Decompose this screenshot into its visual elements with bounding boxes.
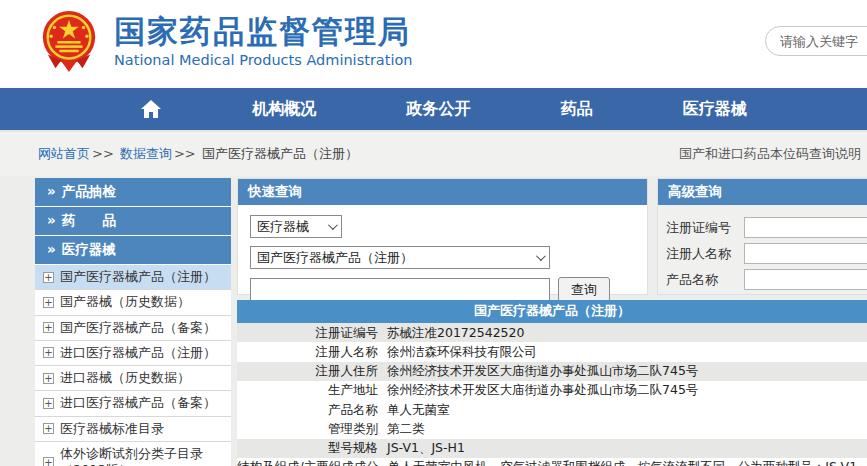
- sidebar-item-label: 国产器械（历史数据）: [60, 294, 190, 310]
- sidebar-section-label: 产品抽检: [62, 183, 116, 199]
- expand-plus-icon[interactable]: +: [43, 272, 54, 283]
- category-select-value: 医疗器械: [257, 218, 309, 236]
- sidebar-item-label: 医疗器械标准目录: [60, 421, 164, 437]
- registration-no-input[interactable]: [744, 217, 867, 238]
- sidebar-item-domestic-device-registered[interactable]: +国产医疗器械产品（注册）: [35, 265, 231, 290]
- breadcrumb-dataquery-link[interactable]: 数据查询: [120, 146, 172, 161]
- nav-item-gov-info[interactable]: 政务公开: [406, 99, 470, 120]
- sidebar-item-device-standards-catalog[interactable]: +医疗器械标准目录: [35, 417, 231, 442]
- national-emblem-icon: [38, 8, 100, 74]
- row-value: 徐州洁森环保科技有限公司: [387, 344, 867, 360]
- row-value: 徐州经济技术开发区大庙街道办事处孤山市场二队745号: [387, 382, 867, 398]
- row-value: JS-V1、JS-H1: [387, 440, 867, 456]
- product-name-label: 产品名称: [666, 271, 744, 289]
- brand: 国家药品监督管理局 National Medical Products Admi…: [38, 8, 413, 74]
- quick-query-title: 快速查询: [238, 179, 647, 205]
- expand-plus-icon[interactable]: +: [43, 297, 54, 308]
- row-label: 注册人住所: [237, 363, 387, 379]
- sidebar-section-label: 医疗器械: [62, 241, 116, 257]
- row-label: 注册人名称: [237, 344, 387, 360]
- sidebar-item-domestic-device-history[interactable]: +国产器械（历史数据）: [35, 290, 231, 315]
- row-label: 生产地址: [237, 382, 387, 398]
- table-row: 注册证编号 苏械注准20172542520: [237, 323, 867, 342]
- quick-query-keyword-input[interactable]: [250, 278, 550, 301]
- chevron-down-icon: [328, 220, 338, 230]
- keyword-search-input[interactable]: [765, 26, 867, 56]
- query-type-select[interactable]: 国产医疗器械产品（注册）: [250, 246, 550, 269]
- nav-item-medical-devices[interactable]: 医疗器械: [683, 99, 747, 120]
- breadcrumb-separator: >>: [174, 146, 196, 161]
- sidebar-item-imported-device-history[interactable]: +进口器械（历史数据）: [35, 366, 231, 391]
- table-row: 管理类别 第二类: [237, 419, 867, 438]
- advanced-query-panel: 高级查询 注册证编号 注册人名称 产品名称: [657, 178, 867, 295]
- page: 国家药品监督管理局 National Medical Products Admi…: [0, 0, 867, 466]
- expand-plus-icon[interactable]: +: [43, 347, 54, 358]
- breadcrumb-home-link[interactable]: 网站首页: [38, 146, 90, 161]
- sidebar-item-label: 进口器械（历史数据）: [60, 370, 190, 386]
- sidebar: »产品抽检 »药 品 »医疗器械 +国产医疗器械产品（注册） +国产器械（历史数…: [35, 178, 231, 466]
- section-arrow-icon: »: [47, 241, 56, 257]
- sidebar-item-domestic-device-filed[interactable]: +国产医疗器械产品（备案）: [35, 316, 231, 341]
- row-value: 单人无菌室由风机、空气过滤器和围档组成。按气流流型不同，分为两种型号：JS-V1…: [388, 459, 867, 466]
- row-value: 单人无菌室: [387, 402, 867, 418]
- advanced-query-title: 高级查询: [658, 179, 867, 205]
- row-label: 结构及组成/主要组成成分: [237, 459, 388, 466]
- home-icon[interactable]: [140, 99, 162, 119]
- breadcrumb: 网站首页>> 数据查询>> 国产医疗器械产品（注册）: [38, 145, 358, 163]
- row-value: 苏械注准20172542520: [387, 325, 867, 341]
- sidebar-section-label: 药 品: [62, 212, 116, 228]
- expand-plus-icon[interactable]: +: [43, 398, 54, 409]
- row-label: 管理类别: [237, 421, 387, 437]
- device-detail-table: 国产医疗器械产品（注册） 注册证编号 苏械注准20172542520 注册人名称…: [237, 300, 867, 466]
- query-button[interactable]: 查询: [558, 277, 610, 302]
- quick-query-panel: 快速查询 医疗器械 国产医疗器械产品（注册） 查询: [237, 178, 648, 295]
- sidebar-item-imported-device-registered[interactable]: +进口医疗器械产品（注册）: [35, 341, 231, 366]
- section-arrow-icon: »: [47, 183, 56, 199]
- detail-table-title: 国产医疗器械产品（注册）: [237, 300, 867, 323]
- expand-plus-icon[interactable]: +: [43, 373, 54, 384]
- expand-plus-icon[interactable]: +: [43, 457, 54, 466]
- expand-plus-icon[interactable]: +: [43, 423, 54, 434]
- row-label: 产品名称: [237, 402, 387, 418]
- row-value: 第二类: [387, 421, 867, 437]
- table-row: 结构及组成/主要组成成分 单人无菌室由风机、空气过滤器和围档组成。按气流流型不同…: [237, 458, 867, 466]
- registrant-name-label: 注册人名称: [666, 245, 744, 263]
- expand-plus-icon[interactable]: +: [43, 322, 54, 333]
- sidebar-section-drugs[interactable]: »药 品: [35, 207, 231, 236]
- category-select[interactable]: 医疗器械: [250, 215, 342, 238]
- breadcrumb-separator: >>: [92, 146, 114, 161]
- brand-text: 国家药品监督管理局 National Medical Products Admi…: [114, 14, 413, 68]
- table-row: 注册人住所 徐州经济技术开发区大庙街道办事处孤山市场二队745号: [237, 362, 867, 381]
- breadcrumb-bar: 网站首页>> 数据查询>> 国产医疗器械产品（注册） 国产和进口药品本位码查询说…: [0, 130, 867, 176]
- row-value: 徐州经济技术开发区大庙街道办事处孤山市场二队745号: [387, 363, 867, 379]
- registration-no-label: 注册证编号: [666, 219, 744, 237]
- section-arrow-icon: »: [47, 212, 56, 228]
- table-row: 产品名称 单人无菌室: [237, 400, 867, 419]
- table-row: 生产地址 徐州经济技术开发区大庙街道办事处孤山市场二队745号: [237, 381, 867, 400]
- table-row: 型号规格 JS-V1、JS-H1: [237, 439, 867, 458]
- site-title-cn: 国家药品监督管理局: [114, 14, 413, 50]
- registrant-name-input[interactable]: [744, 243, 867, 264]
- sidebar-item-label: 体外诊断试剂分类子目录（2013版）: [60, 446, 227, 466]
- sidebar-item-label: 国产医疗器械产品（备案）: [60, 320, 216, 336]
- nav-item-org-overview[interactable]: 机构概况: [252, 99, 316, 120]
- chevron-down-icon: [536, 251, 546, 261]
- sidebar-item-label: 进口医疗器械产品（注册）: [60, 345, 216, 361]
- sidebar-section-product-sampling[interactable]: »产品抽检: [35, 178, 231, 207]
- table-row: 注册人名称 徐州洁森环保科技有限公司: [237, 342, 867, 361]
- row-label: 型号规格: [237, 440, 387, 456]
- site-header: 国家药品监督管理局 National Medical Products Admi…: [0, 0, 867, 88]
- query-type-select-value: 国产医疗器械产品（注册）: [257, 249, 413, 267]
- product-name-input[interactable]: [744, 269, 867, 290]
- site-title-en: National Medical Products Administration: [114, 52, 413, 68]
- barcode-query-help-link[interactable]: 国产和进口药品本位码查询说明: [679, 145, 861, 163]
- breadcrumb-current: 国产医疗器械产品（注册）: [202, 146, 358, 161]
- main-nav: 机构概况 政务公开 药品 医疗器械: [0, 88, 867, 130]
- sidebar-section-medical-devices[interactable]: »医疗器械: [35, 236, 231, 265]
- sidebar-item-label: 进口医疗器械产品（备案）: [60, 395, 216, 411]
- sidebar-item-label: 国产医疗器械产品（注册）: [60, 269, 216, 285]
- row-label: 注册证编号: [237, 325, 387, 341]
- nav-item-drugs[interactable]: 药品: [561, 99, 593, 120]
- sidebar-item-ivd-classification-subcatalog[interactable]: +体外诊断试剂分类子目录（2013版）: [35, 442, 231, 466]
- sidebar-item-imported-device-filed[interactable]: +进口医疗器械产品（备案）: [35, 391, 231, 416]
